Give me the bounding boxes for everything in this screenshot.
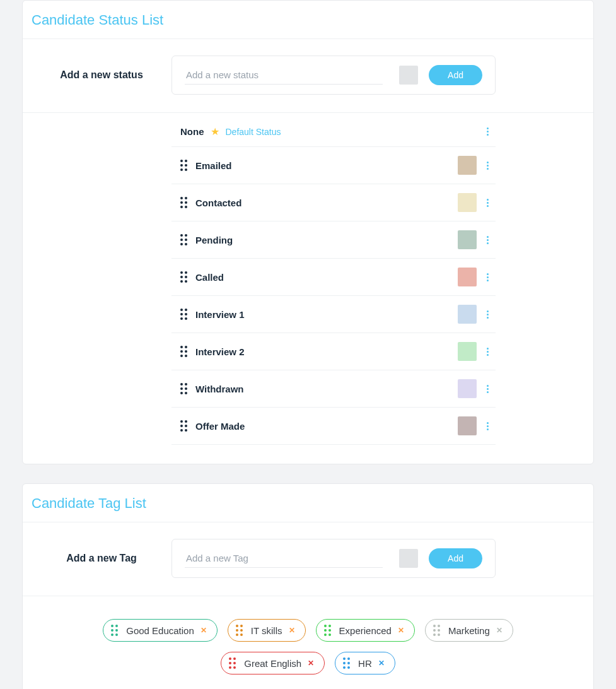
status-row: Contacted [171, 184, 496, 221]
status-row: Emailed [171, 147, 496, 184]
drag-handle-icon[interactable] [180, 160, 189, 171]
status-color-swatch[interactable] [458, 268, 477, 286]
tag-pill: Great English✕ [221, 652, 325, 674]
status-row: Called [171, 259, 496, 296]
status-add-left [185, 66, 418, 85]
status-row-left: Offer Made [180, 420, 245, 432]
status-row-left: Withdrawn [180, 383, 244, 394]
status-list: None ★ Default Status EmailedContactedPe… [171, 113, 496, 445]
status-list-area: None ★ Default Status EmailedContactedPe… [23, 112, 593, 445]
status-label: Interview 2 [195, 346, 245, 357]
drag-handle-icon[interactable] [180, 234, 189, 245]
status-row-left: Interview 2 [180, 346, 245, 357]
star-icon: ★ [211, 127, 219, 137]
tag-color-picker[interactable] [399, 549, 418, 568]
tag-card-header: Candidate Tag List [23, 484, 593, 522]
status-add-input[interactable] [185, 66, 383, 85]
tag-add-input[interactable] [185, 549, 383, 568]
status-color-swatch[interactable] [458, 305, 477, 324]
tag-label: Great English [244, 658, 301, 669]
tag-card: Candidate Tag List Add a new Tag Add Goo… [22, 483, 594, 689]
default-status-link[interactable]: Default Status [226, 127, 281, 137]
status-row: Withdrawn [171, 370, 496, 408]
status-label: Pending [195, 235, 233, 245]
close-icon[interactable]: ✕ [308, 659, 314, 668]
status-row-left: Called [180, 271, 224, 283]
drag-handle-icon[interactable] [433, 625, 442, 636]
status-row-right [458, 230, 492, 249]
status-row: Offer Made [171, 408, 496, 445]
status-row-right [458, 156, 492, 175]
status-row: Interview 1 [171, 296, 496, 333]
tag-pill: HR✕ [335, 652, 395, 674]
drag-handle-icon[interactable] [180, 420, 189, 432]
drag-handle-icon[interactable] [343, 657, 352, 669]
tags-area: Good Education✕IT skills✕Experienced✕Mar… [23, 596, 593, 681]
status-row-right [458, 305, 492, 324]
status-label: Withdrawn [195, 384, 244, 394]
status-label: Emailed [195, 160, 232, 171]
status-color-swatch[interactable] [458, 416, 477, 435]
status-add-label: Add a new status [32, 69, 171, 81]
status-row-left: Contacted [180, 197, 241, 208]
status-color-swatch[interactable] [458, 156, 477, 175]
tag-add-box: Add [171, 539, 496, 578]
status-add-button[interactable]: Add [429, 65, 482, 85]
status-row: Interview 2 [171, 333, 496, 370]
close-icon[interactable]: ✕ [378, 659, 385, 668]
status-color-swatch[interactable] [458, 342, 477, 361]
kebab-icon[interactable] [483, 420, 492, 432]
tag-label: Experienced [339, 625, 392, 636]
close-icon[interactable]: ✕ [398, 626, 404, 635]
close-icon[interactable]: ✕ [496, 626, 503, 635]
status-color-swatch[interactable] [458, 230, 477, 249]
status-row-left: Interview 1 [180, 309, 245, 320]
tag-add-label: Add a new Tag [32, 553, 171, 564]
close-icon[interactable]: ✕ [200, 626, 207, 635]
kebab-icon[interactable] [483, 234, 492, 246]
status-row: Pending [171, 221, 496, 259]
status-row-right [458, 379, 492, 398]
kebab-icon[interactable] [483, 160, 492, 172]
status-color-picker[interactable] [399, 66, 418, 85]
kebab-icon[interactable] [483, 271, 492, 283]
tag-pill: Good Education✕ [103, 619, 218, 642]
drag-handle-icon[interactable] [236, 625, 245, 636]
tag-pill: Marketing✕ [425, 619, 513, 642]
status-row-right [458, 268, 492, 286]
tag-add-section: Add a new Tag Add [23, 522, 593, 578]
status-label: Interview 1 [195, 309, 245, 320]
kebab-icon[interactable] [483, 126, 492, 138]
close-icon[interactable]: ✕ [289, 626, 295, 635]
tag-label: Marketing [448, 625, 490, 636]
tag-add-left [185, 549, 418, 568]
status-card: Candidate Status List Add a new status A… [22, 0, 594, 464]
kebab-icon[interactable] [483, 383, 492, 395]
drag-handle-icon[interactable] [111, 625, 120, 636]
drag-handle-icon[interactable] [180, 309, 189, 320]
tag-card-title: Candidate Tag List [32, 495, 584, 512]
drag-handle-icon[interactable] [180, 197, 189, 208]
kebab-icon[interactable] [483, 309, 492, 321]
kebab-icon[interactable] [483, 346, 492, 358]
drag-handle-icon[interactable] [180, 271, 189, 283]
drag-handle-icon[interactable] [180, 346, 189, 357]
status-row-right [458, 342, 492, 361]
tag-add-button[interactable]: Add [429, 548, 482, 568]
kebab-icon[interactable] [483, 197, 492, 209]
drag-handle-icon[interactable] [180, 383, 189, 394]
status-color-swatch[interactable] [458, 379, 477, 398]
status-color-swatch[interactable] [458, 193, 477, 212]
status-row-right [458, 416, 492, 435]
tag-label: HR [358, 658, 372, 669]
status-row-right [458, 193, 492, 212]
drag-handle-icon[interactable] [229, 657, 238, 669]
status-add-section: Add a new status Add [23, 39, 593, 95]
status-label: Offer Made [195, 421, 245, 432]
drag-handle-icon[interactable] [324, 625, 333, 636]
status-label: Contacted [195, 197, 241, 208]
status-row-default: None ★ Default Status [171, 113, 496, 147]
status-card-header: Candidate Status List [23, 1, 593, 39]
status-row-right [483, 126, 492, 138]
status-card-title: Candidate Status List [32, 12, 584, 28]
